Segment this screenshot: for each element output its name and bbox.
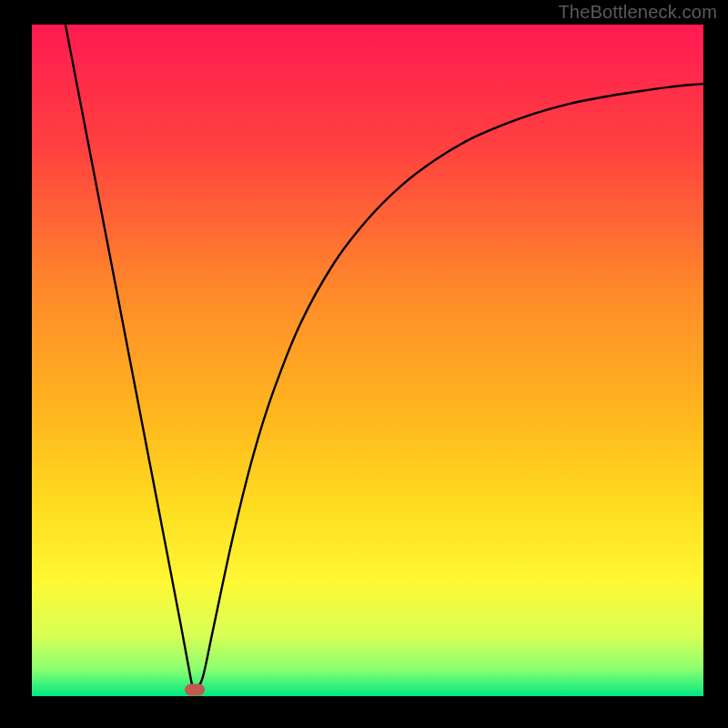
optimal-point-marker: [185, 683, 205, 695]
watermark-text: TheBottleneck.com: [558, 2, 717, 23]
bottleneck-curve: [66, 25, 703, 691]
plot-area: [32, 25, 703, 696]
chart-container: TheBottleneck.com: [0, 0, 728, 728]
curve-layer: [32, 25, 703, 696]
